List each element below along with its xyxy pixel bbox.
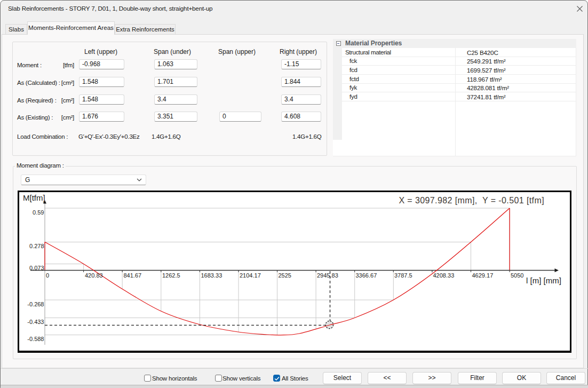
svg-text:3366.67: 3366.67 [356,272,377,279]
svg-text:1262.5: 1262.5 [162,272,180,279]
svg-text:4208.33: 4208.33 [433,272,455,279]
svg-text:-0.268: -0.268 [27,301,44,307]
svg-text:2945.83: 2945.83 [317,272,338,279]
svg-text:0.278: 0.278 [29,243,44,249]
svg-text:-0.433: -0.433 [27,319,44,325]
svg-text:2104.17: 2104.17 [240,272,261,279]
svg-text:X = 3097.982 [mm], Y = -0.501: X = 3097.982 [mm], Y = -0.501 [tfm] [399,196,544,205]
svg-text:2525: 2525 [279,272,291,279]
svg-text:0.073: 0.073 [29,265,44,271]
svg-text:5050: 5050 [511,272,523,279]
svg-text:420.83: 420.83 [85,272,103,279]
svg-text:0.59: 0.59 [33,209,44,216]
svg-text:0: 0 [46,272,49,279]
svg-text:1683.33: 1683.33 [201,272,223,279]
svg-text:-0.588: -0.588 [27,336,44,342]
svg-text:3787.5: 3787.5 [394,272,412,279]
svg-text:841.67: 841.67 [124,272,142,279]
svg-text:l [m] [mm]: l [m] [mm] [526,276,561,285]
svg-text:4629.17: 4629.17 [472,272,494,279]
svg-text:M[tfm]: M[tfm] [23,193,45,202]
